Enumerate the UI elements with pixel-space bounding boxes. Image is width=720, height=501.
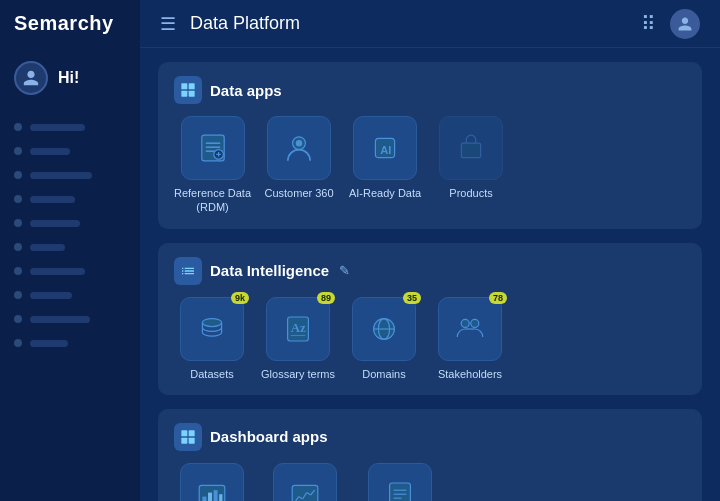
svg-rect-27 xyxy=(181,438,187,444)
header-right: ⠿ xyxy=(641,9,700,39)
nav-dot xyxy=(14,147,22,155)
user-greeting: Hi! xyxy=(58,69,79,87)
nav-dot xyxy=(14,243,22,251)
dashboard-apps-items: Data Quality Customer Pip xyxy=(174,463,686,501)
app-products[interactable]: Products xyxy=(433,116,509,215)
nav-label xyxy=(30,244,65,251)
svg-rect-34 xyxy=(292,485,318,501)
svg-point-12 xyxy=(296,140,302,146)
svg-text:AI: AI xyxy=(380,144,391,156)
nav-label xyxy=(30,268,85,275)
app-reference-data[interactable]: Reference Data(RDM) xyxy=(174,116,251,215)
domains-badge: 35 xyxy=(403,292,421,304)
datasets-badge: 9k xyxy=(231,292,249,304)
header-left: ☰ Data Platform xyxy=(160,13,300,35)
app-data-quality[interactable]: Data Quality xyxy=(174,463,250,501)
nav-label xyxy=(30,172,92,179)
products-label: Products xyxy=(449,186,492,200)
svg-rect-32 xyxy=(214,490,218,501)
data-intelligence-section: Data Intelligence ✎ 9k Datasets xyxy=(158,243,702,395)
svg-rect-33 xyxy=(219,494,222,501)
svg-rect-3 xyxy=(189,91,195,97)
data-apps-section: Data apps xyxy=(158,62,702,229)
svg-point-24 xyxy=(471,319,479,327)
nav-label xyxy=(30,148,70,155)
sidebar: Semarchy Hi! xyxy=(0,0,140,501)
svg-rect-28 xyxy=(189,438,195,444)
app-ai-ready-data[interactable]: AI AI-Ready Data xyxy=(347,116,423,215)
glossary-badge: 89 xyxy=(317,292,335,304)
avatar xyxy=(14,61,48,95)
domains-icon-box: 35 xyxy=(352,297,416,361)
nav-item[interactable] xyxy=(14,189,126,209)
glossary-terms-label: Glossary terms xyxy=(261,367,335,381)
dashboard-apps-icon xyxy=(174,423,202,451)
nav-label xyxy=(30,124,85,131)
nav-dot xyxy=(14,315,22,323)
main-content: ☰ Data Platform ⠿ Data apps xyxy=(140,0,720,501)
apps-icon[interactable]: ⠿ xyxy=(641,12,656,36)
nav-label xyxy=(30,292,72,299)
data-apps-header: Data apps xyxy=(174,76,686,104)
nav-item[interactable] xyxy=(14,165,126,185)
nav-label xyxy=(30,316,90,323)
user-avatar-header[interactable] xyxy=(670,9,700,39)
external-link-icon[interactable]: ✎ xyxy=(339,263,350,278)
data-intelligence-title: Data Intelligence xyxy=(210,262,329,279)
header: ☰ Data Platform ⠿ xyxy=(140,0,720,48)
data-apps-title: Data apps xyxy=(210,82,282,99)
nav-label xyxy=(30,196,75,203)
nav-item[interactable] xyxy=(14,309,126,329)
products-icon-box xyxy=(439,116,503,180)
nav-item[interactable] xyxy=(14,237,126,257)
dashboard-apps-section: Dashboard apps Data Quality xyxy=(158,409,702,501)
svg-rect-0 xyxy=(181,83,187,89)
nav-item[interactable] xyxy=(14,285,126,305)
app-monthly-reports[interactable]: Monthly Reports xyxy=(360,463,440,501)
domains-label: Domains xyxy=(362,367,405,381)
app-customer-360[interactable]: Customer 360 xyxy=(261,116,337,215)
svg-point-16 xyxy=(202,318,221,326)
stakeholders-icon-box: 78 xyxy=(438,297,502,361)
data-apps-icon xyxy=(174,76,202,104)
data-intelligence-items: 9k Datasets 89 A xyxy=(174,297,686,381)
svg-rect-31 xyxy=(208,492,212,501)
svg-rect-2 xyxy=(181,91,187,97)
nav-label xyxy=(30,340,68,347)
customer-360-icon-box xyxy=(267,116,331,180)
reference-data-label: Reference Data(RDM) xyxy=(174,186,251,215)
svg-text:Az: Az xyxy=(291,321,306,335)
nav-dot xyxy=(14,171,22,179)
sidebar-logo[interactable]: Semarchy xyxy=(0,0,140,47)
nav-dot xyxy=(14,219,22,227)
app-glossary-terms[interactable]: 89 Az Glossary terms xyxy=(260,297,336,381)
nav-item[interactable] xyxy=(14,333,126,353)
data-intelligence-header: Data Intelligence ✎ xyxy=(174,257,686,285)
nav-item[interactable] xyxy=(14,141,126,161)
app-domains[interactable]: 35 Domains xyxy=(346,297,422,381)
data-apps-items: Reference Data(RDM) Customer 360 xyxy=(174,116,686,215)
menu-icon[interactable]: ☰ xyxy=(160,13,176,35)
sidebar-user-section: Hi! xyxy=(0,47,140,109)
dashboard-apps-title: Dashboard apps xyxy=(210,428,328,445)
reference-data-icon-box xyxy=(181,116,245,180)
nav-item[interactable] xyxy=(14,213,126,233)
stakeholders-badge: 78 xyxy=(489,292,507,304)
nav-item[interactable] xyxy=(14,261,126,281)
app-customer-pipeline[interactable]: Customer Pipeline xyxy=(260,463,350,501)
nav-item[interactable] xyxy=(14,117,126,137)
glossary-terms-icon-box: 89 Az xyxy=(266,297,330,361)
svg-rect-30 xyxy=(202,496,206,501)
sidebar-nav xyxy=(0,109,140,361)
nav-dot xyxy=(14,195,22,203)
ai-ready-data-icon-box: AI xyxy=(353,116,417,180)
content-area: Data apps xyxy=(140,48,720,501)
svg-point-23 xyxy=(461,319,469,327)
app-datasets[interactable]: 9k Datasets xyxy=(174,297,250,381)
app-stakeholders[interactable]: 78 Stakeholders xyxy=(432,297,508,381)
ai-ready-data-label: AI-Ready Data xyxy=(349,186,421,200)
nav-dot xyxy=(14,123,22,131)
svg-rect-1 xyxy=(189,83,195,89)
data-intelligence-icon xyxy=(174,257,202,285)
nav-dot xyxy=(14,291,22,299)
